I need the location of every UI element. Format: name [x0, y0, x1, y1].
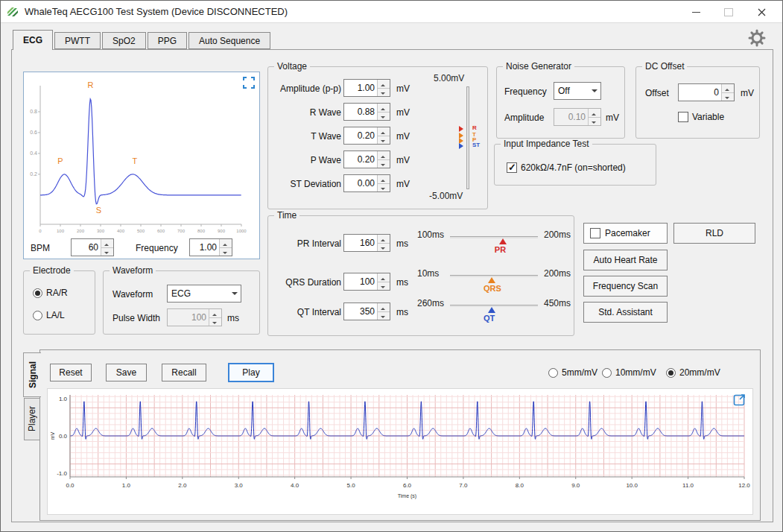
checkbox-icon[interactable] — [678, 112, 688, 122]
bpm-value[interactable] — [72, 239, 101, 256]
impedance-checkbox[interactable]: 620kΩ/4.7nF (on=shorted) — [507, 162, 626, 173]
qrs-slider[interactable]: 10ms 200ms QRS — [417, 267, 571, 300]
qrs-duration-input[interactable] — [343, 273, 390, 291]
noise-frequency-dropdown[interactable]: Off — [554, 82, 601, 100]
qt-interval-input[interactable] — [343, 303, 390, 320]
play-button[interactable]: Play — [228, 363, 274, 382]
tab-player[interactable]: Player — [24, 398, 40, 440]
amplitude-pp-value[interactable] — [344, 80, 377, 96]
spin-down-icon[interactable] — [378, 243, 390, 252]
export-icon[interactable] — [733, 393, 746, 406]
r-wave-input[interactable] — [343, 103, 390, 121]
scale-5mm-radio[interactable]: 5mm/mV — [548, 367, 597, 378]
tab-ppg[interactable]: PPG — [148, 32, 187, 49]
spin-up-icon[interactable] — [722, 84, 734, 92]
spin-down-icon[interactable] — [378, 88, 390, 97]
qt-slider[interactable]: 260ms 450ms QT — [417, 297, 571, 329]
spinner[interactable] — [377, 151, 390, 168]
p-wave-input[interactable] — [343, 151, 390, 168]
st-deviation-input[interactable] — [343, 174, 390, 192]
pr-interval-input[interactable] — [343, 234, 390, 252]
recall-button[interactable]: Recall — [162, 364, 206, 381]
spin-up-icon[interactable] — [378, 151, 390, 159]
pr-slider[interactable]: 100ms 200ms PR — [417, 228, 571, 261]
qrs-duration-value[interactable] — [344, 273, 377, 290]
scale-10mm-radio[interactable]: 10mm/mV — [602, 367, 656, 378]
radio-icon[interactable] — [666, 368, 676, 378]
r-wave-value[interactable] — [344, 104, 377, 120]
pacemaker-checkbox[interactable]: Pacemaker — [583, 223, 668, 244]
spinner[interactable] — [377, 127, 390, 144]
qrs-slider-track[interactable]: QRS — [450, 271, 538, 297]
pr-interval-value[interactable] — [344, 235, 377, 251]
spin-up-icon[interactable] — [378, 175, 390, 183]
spinner[interactable] — [377, 303, 390, 320]
p-wave-value[interactable] — [344, 151, 377, 168]
bpm-spinner[interactable] — [101, 239, 113, 256]
spin-down-icon[interactable] — [220, 247, 232, 256]
spin-up-icon[interactable] — [378, 303, 390, 311]
tab-signal[interactable]: Signal — [23, 352, 41, 397]
t-wave-value[interactable] — [344, 127, 377, 144]
std-assistant-button[interactable]: Std. Assistant — [583, 302, 668, 323]
spin-up-icon[interactable] — [378, 104, 390, 112]
amplitude-pp-input[interactable] — [343, 79, 390, 97]
spin-up-icon[interactable] — [378, 235, 390, 243]
spinner[interactable] — [377, 235, 390, 251]
qrs-slider-marker[interactable] — [488, 277, 495, 283]
spinner[interactable] — [377, 175, 390, 191]
frequency-value[interactable] — [190, 239, 219, 256]
radio-icon[interactable] — [33, 311, 42, 320]
tab-ecg[interactable]: ECG — [13, 30, 53, 50]
rld-button[interactable]: RLD — [673, 223, 755, 244]
offset-input[interactable] — [678, 83, 735, 101]
spin-up-icon[interactable] — [220, 239, 232, 247]
tab-pwtt[interactable]: PWTT — [54, 32, 101, 49]
radio-la-l[interactable]: LA/L — [33, 310, 65, 320]
spin-down-icon[interactable] — [378, 311, 390, 320]
spin-down-icon[interactable] — [101, 247, 113, 256]
frequency-input[interactable] — [189, 238, 232, 256]
reset-button[interactable]: Reset — [50, 364, 92, 381]
spinner[interactable] — [377, 80, 390, 96]
pr-slider-marker[interactable] — [499, 238, 507, 244]
frequency-scan-button[interactable]: Frequency Scan — [583, 276, 668, 297]
tab-spo2[interactable]: SpO2 — [102, 32, 146, 49]
checkbox-icon[interactable] — [507, 162, 517, 173]
radio-ra-r[interactable]: RA/R — [33, 288, 68, 298]
settings-gear-icon[interactable] — [748, 29, 766, 47]
spinner[interactable] — [377, 104, 390, 120]
qt-interval-value[interactable] — [344, 303, 377, 320]
pr-slider-track[interactable]: PR — [450, 232, 538, 258]
scale-20mm-radio[interactable]: 20mm/mV — [666, 367, 720, 378]
radio-icon[interactable] — [602, 368, 612, 378]
spin-down-icon[interactable] — [722, 92, 734, 101]
spin-up-icon[interactable] — [101, 239, 113, 247]
spin-up-icon[interactable] — [378, 127, 390, 136]
maximize-button[interactable] — [712, 1, 745, 23]
spinner[interactable] — [721, 84, 734, 101]
spin-down-icon[interactable] — [378, 282, 390, 291]
spin-down-icon[interactable] — [378, 136, 390, 145]
expand-icon[interactable] — [243, 77, 255, 89]
close-button[interactable] — [745, 1, 778, 23]
spin-down-icon[interactable] — [378, 112, 390, 121]
t-wave-input[interactable] — [343, 127, 390, 145]
spinner[interactable] — [377, 273, 390, 290]
radio-icon[interactable] — [33, 288, 42, 298]
spin-down-icon[interactable] — [378, 159, 390, 168]
st-deviation-value[interactable] — [344, 175, 377, 191]
save-button[interactable]: Save — [106, 364, 147, 381]
tab-auto-sequence[interactable]: Auto Sequence — [188, 32, 270, 49]
bpm-input[interactable] — [71, 238, 114, 256]
minimize-button[interactable] — [679, 1, 712, 23]
waveform-dropdown[interactable]: ECG — [167, 285, 241, 303]
qt-slider-marker[interactable] — [488, 307, 495, 313]
offset-value[interactable] — [679, 84, 721, 101]
auto-heart-rate-button[interactable]: Auto Heart Rate — [583, 250, 668, 270]
spin-up-icon[interactable] — [378, 273, 390, 282]
spin-up-icon[interactable] — [378, 80, 390, 88]
radio-icon[interactable] — [548, 368, 558, 378]
variable-checkbox[interactable]: Variable — [678, 112, 724, 122]
spin-down-icon[interactable] — [378, 183, 390, 192]
